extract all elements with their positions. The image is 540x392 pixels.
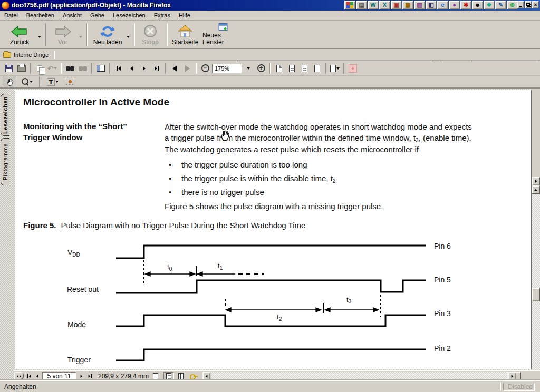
doc-section-label: Monitoring with the “Short” Trigger Wind… [23,121,127,143]
reload-button[interactable]: Neu laden [90,23,126,47]
office-app-icon[interactable]: ▦ [402,1,413,9]
single-page-layout-button[interactable] [273,63,285,74]
snapshot-tool-button[interactable] [64,76,75,87]
pdf-tools-toolbar: T [0,76,540,89]
status-separator [500,383,501,390]
toolbar-separator [61,63,62,74]
zoom-in-button[interactable]: + [255,63,267,74]
office-app-icon[interactable]: ⊕ [507,1,518,9]
office-app-icon[interactable]: ◧ [426,1,437,9]
forward-label: Vor [58,39,68,46]
office-app-icon[interactable]: ❖ [484,1,495,9]
zoom-out-button[interactable]: − [199,63,211,74]
first-page-button[interactable] [113,63,124,74]
tab-bookmarks[interactable]: Lesezeichen [1,94,9,136]
previous-view-button[interactable] [169,63,180,74]
scrollbar-track[interactable] [532,194,540,392]
zoom-level-field[interactable] [212,64,242,73]
next-view-button[interactable] [181,63,193,74]
office-app-icon[interactable]: ▥ [414,1,425,9]
page-size-indicator: 209,9 x 279,4 mm [98,372,149,380]
rotate-view-button[interactable] [329,63,341,74]
hscroll-left-button[interactable] [202,372,210,380]
facing-mode-button[interactable] [176,372,186,380]
statusbar-splitter-handle[interactable] [14,372,24,380]
undo-icon: ↶ [47,64,54,73]
close-icon: × [533,2,538,8]
vertical-scrollbar[interactable] [532,177,540,392]
office-app-icon[interactable]: e [437,1,448,9]
menu-item[interactable]: Hilfe [175,11,195,19]
reload-dropdown[interactable] [127,31,130,40]
save-button[interactable] [3,63,15,74]
continuous-mode-button[interactable] [163,372,174,380]
close-button[interactable]: × [532,1,539,8]
office-app-icon[interactable]: ☻ [472,1,483,9]
zoom-dropdown[interactable] [243,63,254,74]
menu-item[interactable]: Ansicht [59,11,86,19]
menu-item[interactable]: Extras [150,11,175,19]
back-button[interactable]: Zurück [3,23,36,47]
continuous-layout-icon [289,65,295,72]
search-pdf-button[interactable] [77,63,89,74]
zoom-tool-button[interactable] [18,76,36,87]
restore-button[interactable] [525,1,532,8]
copy-button[interactable] [34,63,45,74]
undo-button[interactable]: ↶ [46,63,58,74]
bookmark-folder-icon [3,52,11,58]
vdd-waveform [116,246,426,258]
previous-page-button[interactable] [126,63,137,74]
browser-window: doc4756.pdf (application/pdf-Objekt) - M… [0,0,540,392]
security-key-button[interactable] [189,372,199,380]
office-app-icon[interactable]: ▣ [391,1,402,9]
office-app-icon[interactable]: ✱ [460,1,471,9]
next-page-nav-button[interactable] [78,372,85,380]
menu-item[interactable]: Bearbeiten [22,11,59,19]
pdf-page: Microcontroller in Active Mode Monitorin… [15,90,532,369]
last-page-button[interactable] [151,63,162,74]
reflow-layout-button[interactable] [311,63,323,74]
office-app-icon[interactable]: ✎ [495,1,506,9]
navigation-pane-toggle[interactable] [95,63,107,74]
forward-button[interactable]: Vor [49,23,77,47]
scrollbar-corner-button[interactable] [532,177,540,185]
previous-page-nav-button[interactable] [34,372,41,380]
scrollbar-thumb[interactable] [532,288,540,301]
menu-item[interactable]: Gehe [86,11,109,19]
continuous-layout-button[interactable] [286,63,297,74]
first-page-icon [29,375,31,378]
office-app-icon[interactable]: W [368,1,379,9]
office-app-icon[interactable]: ▤ [356,1,367,9]
home-button[interactable]: Startseite [170,23,200,47]
hand-tool-button[interactable] [3,76,16,87]
stop-button[interactable]: Stopp [137,23,163,47]
horizontal-scrollbar-track[interactable] [211,372,507,380]
forward-dropdown[interactable] [79,31,82,40]
acrobat-button[interactable]: ✦ [347,63,359,74]
next-page-button[interactable] [138,63,150,74]
hscroll-right-button[interactable] [508,372,516,380]
bookmark-folder-label[interactable]: Interne Dinge [14,52,49,58]
find-button[interactable] [64,63,76,74]
continuous-facing-layout-button[interactable] [298,63,310,74]
text-select-tool-button[interactable]: T [43,76,62,87]
office-logo-icon[interactable] [344,1,355,9]
office-app-icon[interactable]: ● [449,1,460,9]
first-page-nav-button[interactable] [25,372,33,380]
menu-item[interactable]: Lesezeichen [109,11,150,19]
page-indicator[interactable]: 5 von 11 [42,372,76,380]
scroll-up-button[interactable] [532,185,540,194]
window-title: doc4756.pdf (application/pdf-Objekt) - M… [12,2,171,9]
single-page-mode-button[interactable] [151,372,160,380]
title-bar[interactable]: doc4756.pdf (application/pdf-Objekt) - M… [0,0,540,11]
pin3-label: Pin 3 [434,309,451,318]
minimize-button[interactable] [517,1,524,8]
menu-item[interactable]: Datei [0,11,22,19]
office-app-icon[interactable]: X [379,1,390,9]
print-button[interactable] [16,63,27,74]
back-dropdown[interactable] [38,31,41,40]
last-page-nav-button[interactable] [86,372,94,380]
tab-thumbnails[interactable]: Piktogramme [1,138,9,185]
new-window-button[interactable]: Neues Fenster [202,23,244,47]
zoom-out-icon: − [201,64,209,72]
